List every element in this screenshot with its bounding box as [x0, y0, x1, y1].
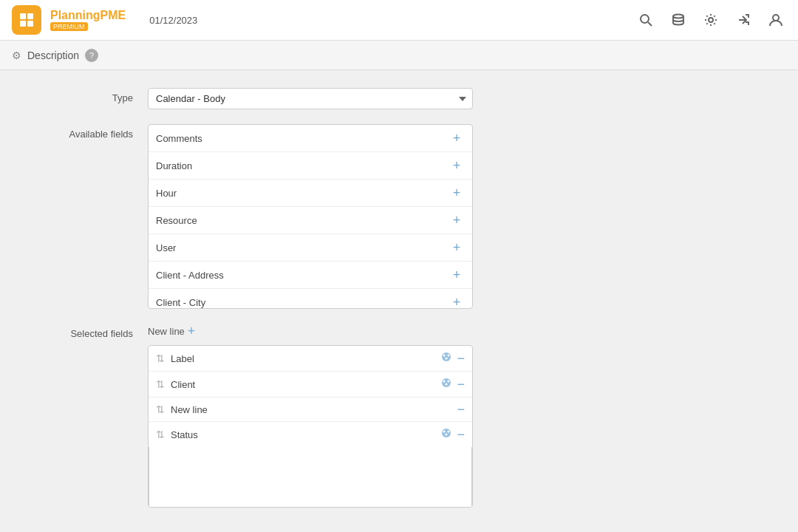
field-item: Comments + [149, 125, 472, 152]
selected-item-name: Label [171, 353, 434, 364]
svg-point-13 [446, 358, 448, 360]
svg-point-16 [448, 381, 450, 383]
database-icon[interactable] [668, 10, 689, 30]
item-actions: − [440, 351, 465, 366]
remove-button[interactable]: − [457, 378, 465, 391]
available-fields-label: Available fields [30, 124, 148, 140]
sub-header-title: Description [27, 50, 79, 61]
field-item-name: Hour [156, 188, 177, 199]
color-button[interactable] [440, 427, 452, 442]
drag-icon[interactable]: ⇅ [156, 403, 165, 415]
field-add-button[interactable]: + [449, 130, 465, 146]
selected-fields-label: Selected fields [30, 324, 148, 339]
selected-fields-container: ⇅ Label − ⇅ Client − ⇅ New line [148, 345, 473, 508]
field-item: Client - City + [149, 289, 472, 309]
selected-item-name: Client [171, 379, 434, 390]
selected-fields-bottom [149, 447, 472, 508]
svg-rect-3 [27, 21, 33, 27]
available-fields-scroll[interactable]: Comments + Duration + Hour + Resource + … [149, 125, 472, 309]
field-item: User + [149, 234, 472, 262]
selected-item: ⇅ Status − [149, 422, 472, 447]
remove-button[interactable]: − [457, 428, 465, 441]
user-icon[interactable] [765, 10, 786, 30]
field-item-name: User [156, 242, 176, 253]
svg-rect-2 [20, 21, 26, 27]
field-item-name: Comments [156, 133, 202, 144]
new-line-plus-icon: + [188, 324, 196, 339]
svg-point-20 [448, 431, 450, 433]
field-add-button[interactable]: + [449, 267, 465, 283]
drag-icon[interactable]: ⇅ [156, 378, 165, 390]
svg-point-6 [673, 15, 683, 18]
logo-badge: PREMIUM [50, 22, 88, 31]
item-actions: − [440, 377, 465, 392]
new-line-button[interactable]: New line + [148, 324, 195, 339]
svg-point-7 [709, 18, 713, 22]
available-fields-content: Comments + Duration + Hour + Resource + … [148, 124, 473, 309]
svg-point-17 [446, 383, 448, 386]
remove-button[interactable]: − [457, 403, 465, 416]
selected-item-name: New line [171, 404, 451, 415]
field-item-name: Resource [156, 215, 197, 226]
svg-point-21 [446, 434, 448, 436]
remove-button[interactable]: − [457, 352, 465, 365]
svg-line-5 [648, 22, 652, 26]
svg-point-18 [442, 429, 451, 437]
field-item-name: Client - Address [156, 270, 224, 281]
svg-point-15 [443, 381, 446, 383]
type-label: Type [30, 88, 148, 103]
selected-fields-row: Selected fields New line + ⇅ Label [30, 324, 768, 508]
svg-point-11 [443, 355, 446, 357]
main-content: Type Calendar - BodyCalendar - HeaderCal… [0, 70, 798, 532]
field-item: Hour + [149, 180, 472, 207]
field-add-button[interactable]: + [449, 157, 465, 174]
field-item: Client - Address + [149, 262, 472, 289]
svg-point-12 [448, 355, 450, 357]
type-select[interactable]: Calendar - BodyCalendar - HeaderCalendar… [148, 88, 473, 109]
svg-point-9 [773, 15, 779, 21]
app-header: PlanningPME PREMIUM 01/12/2023 [0, 0, 798, 41]
svg-rect-0 [20, 13, 26, 19]
selected-item: ⇅ Client − [149, 372, 472, 398]
drag-icon[interactable]: ⇅ [156, 352, 165, 364]
header-left: PlanningPME PREMIUM 01/12/2023 [12, 5, 197, 35]
logo-icon [12, 5, 41, 35]
color-button[interactable] [440, 377, 452, 392]
field-add-button[interactable]: + [449, 185, 465, 201]
share-icon[interactable] [733, 10, 754, 30]
drag-icon[interactable]: ⇅ [156, 429, 165, 440]
help-icon[interactable]: ? [85, 49, 98, 62]
field-add-button[interactable]: + [449, 212, 465, 228]
field-item: Resource + [149, 207, 472, 234]
item-actions: − [457, 403, 465, 416]
selected-item: ⇅ New line − [149, 398, 472, 422]
selected-item-name: Status [171, 429, 434, 440]
settings-icon[interactable] [700, 10, 721, 30]
selected-fields-header: New line + [148, 324, 473, 339]
selected-item: ⇅ Label − [149, 346, 472, 372]
field-item-name: Duration [156, 160, 192, 171]
settings-small-icon: ⚙ [12, 50, 21, 61]
logo-text: PlanningPME PREMIUM [50, 9, 126, 31]
color-button[interactable] [440, 351, 452, 366]
selected-fields-content: New line + ⇅ Label − ⇅ Client [148, 324, 473, 508]
svg-point-14 [442, 378, 451, 387]
field-item-name: Client - City [156, 297, 205, 308]
sub-header: ⚙ Description ? [0, 41, 798, 70]
field-item: Duration + [149, 152, 472, 180]
svg-point-10 [442, 352, 451, 361]
item-actions: − [440, 427, 465, 442]
new-line-label: New line [148, 326, 185, 337]
available-fields-container: Comments + Duration + Hour + Resource + … [148, 124, 473, 309]
header-icons [635, 10, 786, 30]
field-add-button[interactable]: + [449, 294, 465, 309]
svg-rect-1 [27, 13, 33, 19]
selected-fields-scroll[interactable]: ⇅ Label − ⇅ Client − ⇅ New line [149, 346, 472, 447]
header-date: 01/12/2023 [149, 15, 197, 26]
search-icon[interactable] [635, 10, 656, 30]
type-row: Type Calendar - BodyCalendar - HeaderCal… [30, 88, 768, 109]
svg-point-19 [443, 431, 446, 433]
available-fields-row: Available fields Comments + Duration + H… [30, 124, 768, 309]
type-content: Calendar - BodyCalendar - HeaderCalendar… [148, 88, 473, 109]
field-add-button[interactable]: + [449, 239, 465, 256]
